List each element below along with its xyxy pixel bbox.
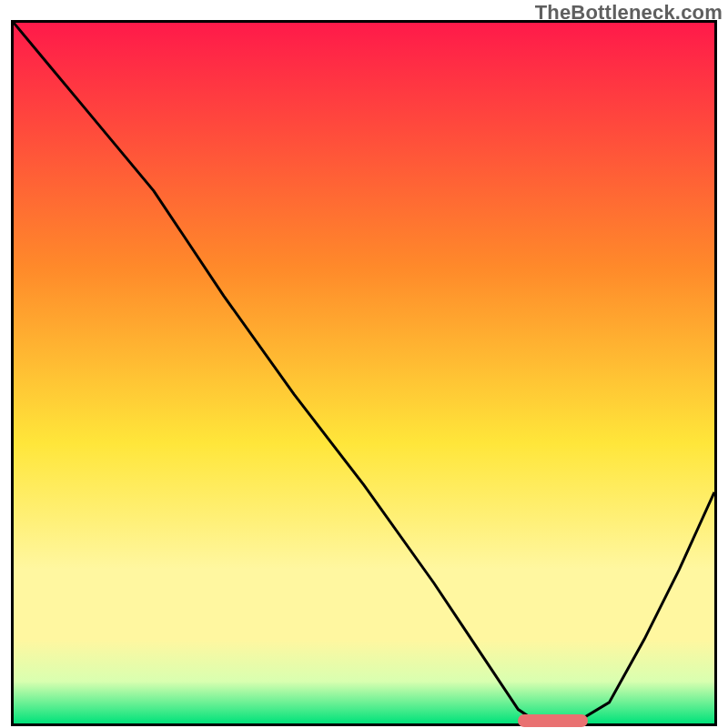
chart-frame [11, 20, 717, 726]
bottleneck-chart [14, 23, 714, 723]
gradient-background [14, 23, 714, 723]
optimal-range-marker [518, 714, 588, 727]
